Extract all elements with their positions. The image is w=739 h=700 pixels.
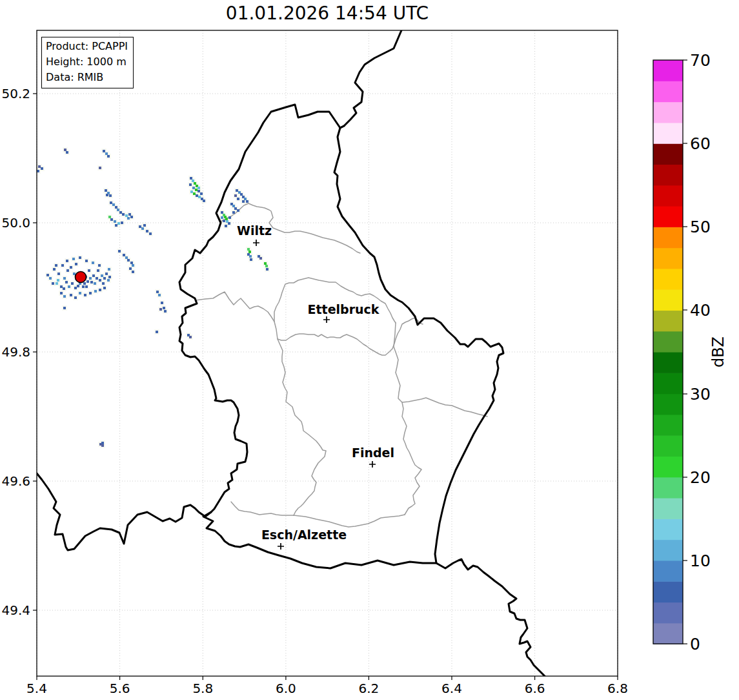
colorbar-tick-label: 30 — [690, 385, 711, 404]
radar-echo-pixel — [92, 274, 95, 277]
product-info-box: Product: PCAPPI Height: 1000 m Data: RMI… — [41, 37, 134, 88]
radar-echo-pixel — [109, 194, 112, 197]
radar-echo-pixel — [119, 211, 122, 214]
radar-echo-pixel — [195, 189, 197, 191]
colorbar-segment — [653, 102, 683, 123]
radar-echo-pixel — [265, 265, 268, 267]
radar-echo-pixel — [250, 258, 252, 261]
x-tick-label: 6.2 — [358, 681, 379, 696]
radar-echo-pixel — [108, 276, 111, 278]
radar-echo-pixel — [240, 193, 243, 196]
radar-echo-pixel — [121, 221, 123, 224]
city-label: Esch/Alzette — [261, 528, 347, 542]
colorbar-segment — [653, 602, 683, 623]
radar-echo-pixel — [196, 194, 198, 197]
radar-echo-pixel — [89, 292, 92, 294]
radar-echo-pixel — [156, 331, 158, 333]
radar-echo-pixel — [99, 167, 101, 169]
y-tick-label: 49.8 — [1, 344, 30, 360]
radar-echo-pixel — [190, 190, 193, 193]
colorbar-segment — [653, 331, 683, 353]
radar-plot-canvas: WiltzEttelbruckFindelEsch/Alzette5.45.65… — [0, 0, 739, 700]
country-border — [334, 30, 545, 676]
colorbar-segment — [653, 143, 683, 165]
radar-echo-pixel — [79, 256, 81, 259]
radar-echo-pixel — [228, 222, 230, 225]
radar-echo-pixel — [118, 250, 121, 252]
colorbar-segment — [653, 164, 683, 185]
radar-echo-pixel — [89, 277, 92, 280]
axis-layer: 5.45.65.86.06.26.46.66.850.250.049.849.6… — [1, 86, 627, 696]
city-marker — [253, 240, 259, 246]
radar-echo-pixel — [74, 296, 77, 299]
city-label: Wiltz — [237, 223, 272, 238]
radar-echo-pixel — [259, 257, 262, 260]
radar-echo-pixel — [82, 285, 85, 288]
colorbar-segment — [653, 289, 683, 311]
radar-echo-pixel — [63, 307, 66, 309]
radar-echo-pixel — [197, 187, 200, 189]
colorbar-segment — [653, 498, 683, 519]
radar-echo-pixel — [64, 149, 66, 151]
radar-echo-pixel — [85, 260, 88, 262]
radar-echo-pixel — [105, 273, 108, 275]
city-marker — [369, 461, 376, 468]
radar-echo-pixel — [115, 224, 117, 227]
radar-echo-pixel — [114, 220, 116, 223]
radar-echo-pixel — [70, 294, 72, 296]
colorbar-segment — [653, 415, 683, 436]
radar-echo-pixel — [143, 224, 146, 227]
colorbar-segment — [653, 310, 683, 331]
radar-echo-pixel — [132, 271, 134, 273]
city-layer: WiltzEttelbruckFindelEsch/Alzette — [237, 223, 394, 550]
radar-echo-pixel — [108, 268, 110, 271]
radar-echo-pixel — [66, 269, 69, 272]
radar-echo-pixel — [101, 274, 103, 277]
radar-echo-pixel — [101, 444, 104, 447]
radar-echo-pixel — [223, 220, 225, 222]
radar-echo-pixel — [246, 200, 248, 203]
radar-echo-pixel — [98, 264, 101, 267]
colorbar-tick-label: 40 — [690, 301, 711, 320]
radar-echo-pixel — [122, 213, 125, 216]
radar-echo-pixel — [49, 277, 52, 280]
radar-echo-pixel — [203, 200, 205, 202]
colorbar-segment — [653, 435, 683, 457]
colorbar-segment — [653, 81, 683, 102]
radar-echo-pixel — [105, 189, 107, 192]
radar-echo-pixel — [234, 194, 237, 197]
radar-echo-pixel — [75, 263, 77, 265]
canton-border — [402, 398, 487, 417]
radar-echo-pixel — [55, 264, 57, 267]
radar-echo-pixel — [84, 294, 86, 296]
radar-echo-pixel — [92, 262, 94, 264]
radar-echo-pixel — [115, 206, 117, 209]
radar-echo-pixel — [125, 256, 128, 259]
radar-echo-pixel — [74, 287, 77, 289]
radar-echo-pixel — [236, 189, 238, 192]
map-layer — [35, 30, 545, 676]
colorbar-segment — [653, 456, 683, 477]
radar-echo-pixel — [94, 290, 97, 293]
radar-echo-pixel — [108, 216, 111, 218]
radar-echo-pixel — [71, 282, 74, 285]
radar-echo-pixel — [66, 151, 68, 154]
radar-echo-pixel — [117, 209, 119, 211]
y-tick-label: 50.0 — [1, 215, 30, 231]
radar-echo-pixel — [192, 187, 195, 189]
radar-echo-pixel — [63, 277, 66, 280]
plot-frame — [37, 30, 618, 676]
radar-echo-pixel — [237, 198, 239, 200]
radar-echo-pixel — [70, 266, 72, 269]
radar-echo-pixel — [158, 294, 161, 296]
colorbar-segment — [653, 540, 683, 561]
radar-map-figure: 01.01.2026 14:54 UTC Product: PCAPPI Hei… — [0, 0, 739, 700]
radar-echo-pixel — [52, 282, 54, 285]
radar-echo-pixel — [96, 277, 98, 280]
radar-echo-pixel — [193, 192, 196, 195]
radar-echo-pixel — [221, 216, 223, 219]
radar-echo-pixel — [248, 251, 251, 253]
radar-echo-pixel — [130, 216, 133, 218]
city-marker — [278, 543, 284, 550]
radar-site-marker — [76, 272, 86, 283]
